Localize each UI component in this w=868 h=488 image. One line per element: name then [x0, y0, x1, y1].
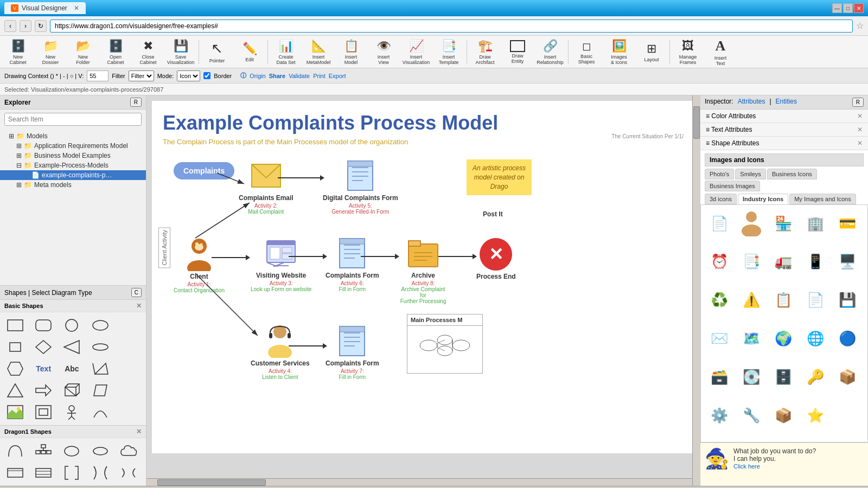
shape-ellipse-wide[interactable] [88, 337, 112, 357]
icon-truck[interactable]: 🚛 [769, 248, 797, 276]
icon-doc2[interactable]: 📑 [737, 248, 765, 276]
draw-entity-button[interactable]: DrawEntity [502, 37, 533, 67]
tree-item-models[interactable]: ⊞ 📁 Models [0, 131, 146, 141]
icon-building[interactable]: 🏢 [801, 209, 829, 237]
shape-square-small[interactable] [3, 337, 27, 357]
industry-icons-tab[interactable]: Industry Icons [738, 194, 788, 204]
draw-archifact-button[interactable]: 🏗️ DrawArchifact [469, 37, 501, 67]
insert-text-button[interactable]: A InsertText [705, 37, 736, 67]
icon-list[interactable]: 📋 [769, 286, 797, 314]
shape-triangle-left[interactable] [60, 337, 84, 357]
shape-attributes-close[interactable]: ✕ [857, 139, 863, 147]
bookmark-icon[interactable]: ☆ [856, 21, 864, 31]
search-input[interactable] [4, 113, 142, 126]
d1-cloud[interactable] [117, 441, 141, 461]
photos-tab[interactable]: Photo's [705, 169, 734, 179]
icon-star[interactable]: ⭐ [801, 401, 829, 429]
d1-arch[interactable] [3, 441, 27, 461]
complaints-form1-node[interactable]: Complaints Form Activity 6: Fill in Form [326, 237, 379, 292]
visiting-website-node[interactable]: Visiting Website Activity 3: Look up For… [251, 237, 311, 292]
shape-3d-box[interactable] [60, 381, 84, 400]
process-end-node[interactable]: ✕ Process End [476, 238, 516, 280]
icon-warning[interactable]: ⚠️ [737, 286, 765, 314]
shape-rounded-rect[interactable] [31, 316, 55, 335]
shape-parallelogram[interactable] [88, 359, 112, 378]
digital-form-node[interactable]: Digital Complaints Form Activity 5: Gene… [323, 159, 398, 215]
d1-bracket1[interactable] [60, 463, 84, 483]
basic-shapes-close[interactable]: ✕ [136, 302, 142, 310]
shape-text[interactable]: Text [31, 359, 55, 378]
shape-abc[interactable]: Abc [60, 359, 84, 378]
shape-frame[interactable] [31, 402, 55, 422]
forward-button[interactable]: › [20, 20, 31, 32]
icon-cylinder2[interactable]: 💽 [737, 363, 765, 391]
tab-close-icon[interactable]: ✕ [74, 4, 79, 12]
d1-process1[interactable] [3, 463, 27, 483]
icon-card[interactable]: 💳 [833, 209, 861, 237]
close-cabinet-button[interactable]: ✖ CloseCabinet [132, 37, 164, 67]
customer-services-node[interactable]: Customer Services Activity 4: Listen to … [251, 325, 310, 380]
dragon1-shapes-close[interactable]: ✕ [136, 428, 142, 435]
insert-metamodel-button[interactable]: 📐 InsertMetaModel [303, 37, 334, 67]
explorer-r-button[interactable]: R [130, 98, 142, 107]
border-checkbox[interactable] [203, 72, 210, 79]
d1-ellipse2[interactable] [88, 441, 112, 461]
maximize-button[interactable]: □ [843, 3, 853, 13]
origin-link[interactable]: Origin [250, 73, 265, 79]
tree-item-business[interactable]: ⊞ 📁 Business Model Examples [0, 151, 146, 160]
shape-diamond[interactable] [31, 337, 55, 357]
icon-package2[interactable]: 📦 [769, 401, 797, 429]
icon-clock[interactable]: ⏰ [705, 248, 733, 276]
create-dataset-button[interactable]: 📊 CreateData Set [270, 37, 302, 67]
close-button[interactable]: ✕ [854, 3, 864, 13]
attributes-link[interactable]: Attributes [738, 98, 765, 107]
complaints-node[interactable]: Complaints [174, 162, 234, 179]
icon-key[interactable]: 🔑 [801, 363, 829, 391]
info-button[interactable]: ⓘ [240, 72, 246, 80]
complaints-email-node[interactable]: Complaints Email Activity 2: Mail Compla… [239, 159, 293, 215]
edit-button[interactable]: ✏️ Edit [234, 37, 265, 67]
minimize-button[interactable]: — [832, 3, 842, 13]
color-attributes-section[interactable]: ≡ Color Attributes ✕ [700, 110, 868, 123]
shape-ellipse[interactable] [88, 316, 112, 335]
images-icons-button[interactable]: 🖼️ Images& Icons [603, 37, 635, 67]
main-processes-box[interactable]: Main Processes M [407, 314, 483, 374]
my-images-tab[interactable]: My Images and Icons [789, 194, 856, 204]
print-link[interactable]: Print [313, 73, 326, 79]
d1-org[interactable] [31, 441, 55, 461]
vscroll-thumb[interactable] [693, 106, 700, 139]
client-node[interactable]: Client Activity 1: Contact Organization [174, 238, 225, 293]
shape-arc[interactable] [88, 402, 112, 422]
shape-hexagon[interactable] [3, 359, 27, 378]
icon-map[interactable]: 🗺️ [737, 324, 765, 352]
basic-shapes-button[interactable]: ◻ BasicShapes [571, 37, 602, 67]
horizontal-scrollbar[interactable] [146, 478, 692, 486]
new-dossier-button[interactable]: 📁 NewDossier [35, 37, 66, 67]
shape-rectangle[interactable] [3, 316, 27, 335]
icon-cylinder1[interactable]: 🗃️ [705, 363, 733, 391]
hscroll-thumb[interactable] [157, 479, 266, 486]
icon-person[interactable] [737, 209, 765, 237]
d1-bracket2[interactable] [88, 463, 112, 483]
icon-package[interactable]: 📦 [833, 363, 861, 391]
3d-icons-tab[interactable]: 3d icons [705, 194, 737, 204]
insert-visualization-button[interactable]: 📈 InsertVisualization [400, 37, 432, 67]
icon-database[interactable]: 🗄️ [769, 363, 797, 391]
inspector-r-button[interactable]: R [852, 98, 864, 107]
icon-cube[interactable]: 🔵 [833, 324, 861, 352]
shape-arrow-right[interactable] [31, 381, 55, 400]
shape-landscape[interactable] [3, 402, 27, 422]
insert-view-button[interactable]: 👁️ InsertView [368, 37, 399, 67]
icon-recycle[interactable]: ♻️ [705, 286, 733, 314]
business-icons-tab[interactable]: Business Icons [767, 169, 817, 179]
shape-circle[interactable] [60, 316, 84, 335]
refresh-button[interactable]: ↻ [35, 20, 47, 32]
icon-globe1[interactable]: 🌍 [769, 324, 797, 352]
icon-globe2[interactable]: 🌐 [801, 324, 829, 352]
open-cabinet-button[interactable]: 🗄️ OpenCabinet [100, 37, 131, 67]
icon-settings[interactable]: ⚙️ [705, 401, 733, 429]
shape-slant[interactable] [88, 381, 112, 400]
d1-bracket3[interactable] [117, 463, 141, 483]
canvas-area[interactable]: Example Complaints Process Model The Com… [146, 95, 700, 486]
icon-store[interactable]: 🏪 [769, 209, 797, 237]
